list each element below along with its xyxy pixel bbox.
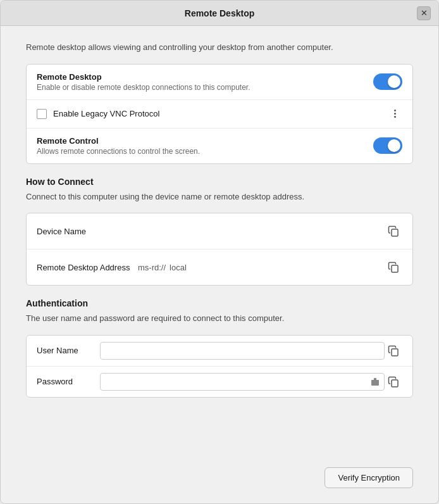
main-content: Remote desktop allows viewing and contro… xyxy=(1,26,438,460)
remote-control-title: Remote Control xyxy=(37,136,373,146)
legacy-vnc-row: Enable Legacy VNC Protocol xyxy=(27,100,412,129)
remote-desktop-card: Remote Desktop Enable or disable remote … xyxy=(26,64,413,164)
copy-icon-4 xyxy=(388,376,399,387)
svg-rect-5 xyxy=(392,380,398,387)
remote-desktop-subtitle: Enable or disable remote desktop connect… xyxy=(37,83,373,92)
close-button[interactable]: ✕ xyxy=(417,6,431,20)
remote-desktop-title: Remote Desktop xyxy=(37,72,373,82)
device-name-copy-button[interactable] xyxy=(385,222,402,240)
legacy-vnc-label: Enable Legacy VNC Protocol xyxy=(53,109,387,118)
remote-desktop-info: Remote Desktop Enable or disable remote … xyxy=(37,72,373,92)
user-name-input[interactable] xyxy=(100,342,385,360)
copy-icon xyxy=(388,225,399,237)
password-row: Password xyxy=(27,367,412,397)
remote-address-value2: local xyxy=(170,263,187,272)
password-copy-button[interactable] xyxy=(385,373,402,391)
copy-icon-3 xyxy=(388,345,399,356)
authentication-heading: Authentication xyxy=(26,298,413,308)
connection-card: Device Name Remote Desktop Address ms-rd… xyxy=(26,213,413,286)
remote-control-subtitle: Allows remote connections to control the… xyxy=(37,147,373,156)
password-input-wrapper xyxy=(100,373,385,391)
svg-rect-4 xyxy=(374,378,376,381)
more-dot-3 xyxy=(394,116,396,118)
remote-desktop-toggle[interactable] xyxy=(373,73,402,90)
device-name-row: Device Name xyxy=(27,213,412,249)
copy-icon-2 xyxy=(388,261,399,273)
password-visibility-toggle[interactable] xyxy=(368,375,382,389)
main-description: Remote desktop allows viewing and contro… xyxy=(26,41,413,54)
title-bar: Remote Desktop ✕ xyxy=(1,1,438,26)
remote-control-row: Remote Control Allows remote connections… xyxy=(27,129,412,163)
password-input[interactable] xyxy=(100,373,385,391)
svg-rect-1 xyxy=(392,265,398,272)
remote-desktop-row: Remote Desktop Enable or disable remote … xyxy=(27,65,412,100)
remote-address-copy-button[interactable] xyxy=(385,258,402,276)
user-name-label: User Name xyxy=(37,346,100,355)
authentication-card: User Name Password xyxy=(26,335,413,398)
footer: Verify Encryption xyxy=(1,460,438,503)
svg-rect-2 xyxy=(392,349,398,356)
device-name-label: Device Name xyxy=(37,227,138,236)
remote-address-value1: ms-rd:// xyxy=(138,263,166,272)
window-title: Remote Desktop xyxy=(185,8,254,18)
how-to-connect-heading: How to Connect xyxy=(26,177,413,187)
verify-encryption-button[interactable]: Verify Encryption xyxy=(325,467,413,488)
remote-control-toggle[interactable] xyxy=(373,137,402,154)
authentication-description: The user name and password are required … xyxy=(26,312,413,325)
remote-address-row: Remote Desktop Address ms-rd:// local xyxy=(27,249,412,285)
remote-address-values: ms-rd:// local xyxy=(138,263,385,272)
more-options-button[interactable] xyxy=(387,106,402,122)
user-name-row: User Name xyxy=(27,336,412,367)
remote-desktop-window: Remote Desktop ✕ Remote desktop allows v… xyxy=(0,0,439,504)
user-name-copy-button[interactable] xyxy=(385,342,402,360)
remote-address-label: Remote Desktop Address xyxy=(37,263,138,272)
legacy-vnc-checkbox[interactable] xyxy=(37,109,47,119)
how-to-connect-description: Connect to this computer using the devic… xyxy=(26,191,413,203)
remote-control-info: Remote Control Allows remote connections… xyxy=(37,136,373,156)
svg-rect-3 xyxy=(371,380,379,386)
svg-rect-0 xyxy=(392,229,398,236)
more-dot-2 xyxy=(394,113,396,115)
more-dot-1 xyxy=(394,110,396,111)
password-label: Password xyxy=(37,377,100,386)
eye-icon xyxy=(370,377,380,387)
